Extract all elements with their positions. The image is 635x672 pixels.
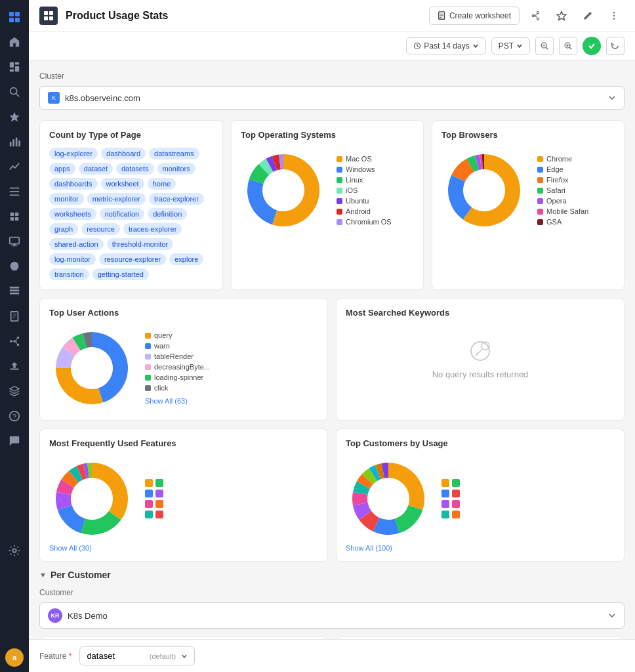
legend-item: Opera <box>537 197 588 205</box>
top-os-chart-area: Mac OSWindowsLinuxiOSUbuntuAndroidChromi… <box>241 148 414 233</box>
sidebar-item-graph[interactable] <box>3 329 26 353</box>
page-tag[interactable]: datastreams <box>149 148 199 159</box>
sidebar-item-datasets[interactable] <box>3 205 26 228</box>
legend-dot <box>537 209 543 215</box>
page-tag[interactable]: worksheets <box>49 208 96 220</box>
sidebar-item-alerts[interactable] <box>3 255 26 278</box>
live-indicator[interactable] <box>583 37 601 55</box>
show-all-features-link[interactable]: Show All (30) <box>49 544 318 552</box>
sidebar-item-help[interactable]: ? <box>3 404 26 428</box>
sidebar-item-tables[interactable] <box>3 280 26 303</box>
sidebar-item-dashboard[interactable] <box>3 55 26 79</box>
bottom-bar: Feature * dataset (default) <box>29 639 635 672</box>
svg-rect-12 <box>12 139 14 146</box>
most-used-features-chart <box>49 456 318 541</box>
legend-row <box>441 511 460 518</box>
page-tag[interactable]: definition <box>148 208 187 220</box>
page-tag[interactable]: resource <box>81 223 120 235</box>
sidebar-item-analytics[interactable] <box>3 155 26 178</box>
sidebar-item-star[interactable] <box>3 105 26 129</box>
page-tag[interactable]: dataset <box>79 163 113 175</box>
page-tag[interactable]: monitor <box>49 193 84 205</box>
page-tag[interactable]: traces-explorer <box>123 223 182 235</box>
sidebar-item-monitors[interactable] <box>3 230 26 253</box>
page-tag[interactable]: graph <box>49 223 78 235</box>
legend-color-box <box>145 511 153 518</box>
legend-label: Mobile Safari <box>546 207 588 215</box>
legend-label: Windows <box>346 165 375 173</box>
legend-item: tableRender <box>145 352 210 360</box>
feature-chevron-icon <box>181 653 188 660</box>
chevron-down-icon2 <box>516 43 523 49</box>
sidebar-item-settings[interactable] <box>3 539 26 562</box>
chevron-down-icon <box>472 43 479 49</box>
legend-dot <box>337 198 342 204</box>
edit-button[interactable] <box>577 5 598 26</box>
top-browsers-card: Top Browsers ChromeEdgeFirefoxSafariOper… <box>432 120 625 290</box>
page-tag[interactable]: log-monitor <box>49 253 96 265</box>
top-os-donut <box>241 148 326 233</box>
page-tag[interactable]: threshold-monitor <box>107 238 174 250</box>
page-tag[interactable]: getting-started <box>92 268 149 280</box>
legend-color-box <box>452 511 460 518</box>
page-tag[interactable]: dashboard <box>101 148 146 159</box>
svg-text:?: ? <box>12 413 16 421</box>
share-button[interactable] <box>525 5 546 26</box>
show-all-link[interactable]: Show All (63) <box>145 397 210 405</box>
most-used-features-title: Most Frequently Used Features <box>49 438 318 448</box>
page-tag[interactable]: apps <box>49 163 75 175</box>
svg-point-33 <box>17 337 20 339</box>
legend-row <box>441 479 460 487</box>
zoom-out-button[interactable] <box>535 37 554 55</box>
sidebar-item-home[interactable] <box>3 30 26 54</box>
page-tag[interactable]: home <box>148 178 176 190</box>
legend-color-box <box>441 500 449 508</box>
refresh-icon <box>611 41 620 51</box>
legend-item: Chromium OS <box>337 218 392 226</box>
sidebar-item-list[interactable] <box>3 180 26 203</box>
page-tag[interactable]: metric-explorer <box>87 193 146 205</box>
page-tag[interactable]: dashboards <box>49 178 98 190</box>
page-tag[interactable]: log-explorer <box>49 148 98 159</box>
content-area: Cluster K k8s.observeinc.com Count by Ty… <box>29 61 635 639</box>
time-range-selector[interactable]: Past 14 days <box>406 37 485 54</box>
page-tag[interactable]: datasets <box>116 163 154 175</box>
sidebar-item-upload[interactable] <box>3 354 26 378</box>
show-all-customers-link[interactable]: Show All (100) <box>346 544 615 552</box>
page-tag[interactable]: notification <box>100 208 145 220</box>
page-tag[interactable]: resource-explorer <box>99 253 166 265</box>
more-options-button[interactable] <box>604 5 625 26</box>
page-tag[interactable]: explore <box>169 253 203 265</box>
default-badge <box>120 652 144 660</box>
feature-filter-select[interactable]: dataset (default) <box>79 646 195 665</box>
per-customer-section-header[interactable]: ▼ Per Customer <box>39 570 625 580</box>
zoom-in-button[interactable] <box>559 37 577 55</box>
legend-label: loading-spinner <box>154 373 203 381</box>
most-searched-card: Most Searched Keywords No query results … <box>336 298 625 421</box>
bookmark-button[interactable] <box>551 5 572 26</box>
sidebar-item-search[interactable] <box>3 80 26 104</box>
sidebar-item-layers[interactable] <box>3 379 26 403</box>
sidebar-logo[interactable] <box>3 5 26 29</box>
legend-color-box <box>441 511 449 518</box>
sidebar-item-chat[interactable] <box>3 429 26 453</box>
top-user-actions-chart: querywarntableRenderdecreasingByte...loa… <box>49 326 318 411</box>
cluster-selector[interactable]: K k8s.observeinc.com <box>39 86 625 110</box>
sidebar-item-metrics[interactable] <box>3 130 26 154</box>
page-tag[interactable]: monitors <box>157 163 195 175</box>
svg-rect-5 <box>15 62 19 65</box>
timezone-selector[interactable]: PST <box>491 37 530 54</box>
page-tag[interactable]: shared-action <box>49 238 104 250</box>
page-tag[interactable]: trace-explorer <box>149 193 204 205</box>
svg-rect-2 <box>9 18 14 22</box>
user-avatar[interactable]: a <box>5 648 24 667</box>
sidebar-item-worksheets[interactable] <box>3 304 26 328</box>
refresh-button[interactable] <box>606 37 625 55</box>
legend-dot <box>537 156 543 162</box>
page-tag[interactable]: worksheet <box>101 178 144 190</box>
create-worksheet-button[interactable]: Create worksheet <box>429 7 520 25</box>
feature-filter-label: Feature * <box>39 652 72 661</box>
page-tag[interactable]: transition <box>49 268 89 280</box>
cluster-value: k8s.observeinc.com <box>65 93 603 103</box>
customer-selector[interactable]: KR K8s Demo <box>39 602 625 629</box>
